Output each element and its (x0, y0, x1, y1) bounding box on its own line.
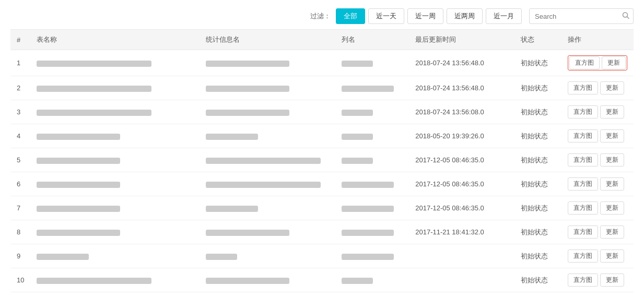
cell-table-name (30, 148, 200, 172)
cell-time (409, 244, 514, 268)
cell-col-name (335, 196, 409, 220)
cell-num: 2 (10, 76, 30, 100)
cell-table-name (30, 196, 200, 220)
cell-num: 7 (10, 196, 30, 220)
cell-col-name (335, 148, 409, 172)
search-icon (622, 12, 629, 21)
update-btn[interactable]: 更新 (600, 225, 624, 239)
histogram-btn[interactable]: 直方图 (568, 201, 598, 215)
cell-status: 初始状态 (514, 100, 561, 124)
svg-line-1 (627, 17, 629, 19)
update-btn[interactable]: 更新 (600, 153, 624, 167)
histogram-btn[interactable]: 直方图 (568, 153, 598, 167)
table-row: 42018-05-20 19:39:26.0初始状态直方图更新 (10, 124, 634, 148)
cell-table-name (30, 100, 200, 124)
table-wrapper: # 表名称 统计信息名 列名 最后更新时间 状态 操作 12018-07-24 … (0, 29, 644, 292)
cell-num: 10 (10, 268, 30, 292)
cell-action: 直方图更新 (561, 100, 634, 124)
cell-col-name (335, 268, 409, 292)
filter-btn-month[interactable]: 近一月 (486, 8, 522, 24)
cell-status: 初始状态 (514, 50, 561, 76)
histogram-btn[interactable]: 直方图 (568, 81, 598, 94)
cell-time: 2018-07-24 13:56:48.0 (409, 76, 514, 100)
cell-table-name (30, 220, 200, 244)
col-header-stat: 统计信息名 (200, 30, 335, 50)
cell-num: 6 (10, 172, 30, 196)
search-input[interactable] (529, 8, 634, 24)
filter-btn-two-weeks[interactable]: 近两周 (447, 8, 483, 24)
cell-stat-name (200, 100, 335, 124)
update-btn[interactable]: 更新 (600, 177, 624, 191)
data-table: # 表名称 统计信息名 列名 最后更新时间 状态 操作 12018-07-24 … (10, 29, 634, 292)
cell-stat-name (200, 244, 335, 268)
update-btn[interactable]: 更新 (602, 56, 626, 69)
cell-action: 直方图更新 (561, 172, 634, 196)
cell-table-name (30, 244, 200, 268)
histogram-btn[interactable]: 直方图 (568, 250, 598, 263)
table-row: 9初始状态直方图更新 (10, 244, 634, 268)
update-btn[interactable]: 更新 (600, 274, 624, 287)
cell-status: 初始状态 (514, 268, 561, 292)
table-row: 22018-07-24 13:56:48.0初始状态直方图更新 (10, 76, 634, 100)
update-btn[interactable]: 更新 (600, 81, 624, 94)
cell-action: 直方图更新 (561, 268, 634, 292)
cell-num: 8 (10, 220, 30, 244)
table-row: 32018-07-24 13:56:08.0初始状态直方图更新 (10, 100, 634, 124)
cell-stat-name (200, 50, 335, 76)
cell-action: 直方图更新 (561, 76, 634, 100)
cell-num: 5 (10, 148, 30, 172)
update-btn[interactable]: 更新 (600, 250, 624, 263)
cell-time: 2018-05-20 19:39:26.0 (409, 124, 514, 148)
cell-col-name (335, 50, 409, 76)
table-row: 82017-11-21 18:41:32.0初始状态直方图更新 (10, 220, 634, 244)
filter-btn-day[interactable]: 近一天 (368, 8, 404, 24)
cell-col-name (335, 100, 409, 124)
cell-num: 1 (10, 50, 30, 76)
cell-stat-name (200, 268, 335, 292)
cell-status: 初始状态 (514, 172, 561, 196)
filter-btn-week[interactable]: 近一周 (407, 8, 443, 24)
cell-num: 4 (10, 124, 30, 148)
update-btn[interactable]: 更新 (600, 105, 624, 118)
histogram-btn[interactable]: 直方图 (568, 225, 598, 239)
cell-action: 直方图更新 (561, 124, 634, 148)
cell-table-name (30, 172, 200, 196)
filter-btn-all[interactable]: 全部 (336, 8, 365, 24)
update-btn[interactable]: 更新 (600, 201, 624, 215)
table-row: 72017-12-05 08:46:35.0初始状态直方图更新 (10, 196, 634, 220)
cell-stat-name (200, 220, 335, 244)
cell-time: 2018-07-24 13:56:08.0 (409, 100, 514, 124)
cell-time: 2017-12-05 08:46:35.0 (409, 148, 514, 172)
cell-stat-name (200, 124, 335, 148)
cell-num: 3 (10, 100, 30, 124)
histogram-btn[interactable]: 直方图 (568, 177, 598, 191)
cell-stat-name (200, 196, 335, 220)
cell-stat-name (200, 76, 335, 100)
cell-table-name (30, 50, 200, 76)
update-btn[interactable]: 更新 (600, 129, 624, 142)
cell-action: 直方图更新 (561, 50, 634, 76)
cell-stat-name (200, 148, 335, 172)
cell-action: 直方图更新 (561, 244, 634, 268)
cell-stat-name (200, 172, 335, 196)
cell-time (409, 268, 514, 292)
cell-table-name (30, 268, 200, 292)
histogram-btn[interactable]: 直方图 (568, 105, 598, 118)
col-header-time: 最后更新时间 (409, 30, 514, 50)
cell-col-name (335, 220, 409, 244)
table-row: 12018-07-24 13:56:48.0初始状态直方图更新 (10, 50, 634, 76)
cell-status: 初始状态 (514, 76, 561, 100)
cell-time: 2017-12-05 08:46:35.0 (409, 172, 514, 196)
table-row: 52017-12-05 08:46:35.0初始状态直方图更新 (10, 148, 634, 172)
table-row: 10初始状态直方图更新 (10, 268, 634, 292)
histogram-btn[interactable]: 直方图 (568, 274, 598, 287)
page-wrapper: 过滤： 全部 近一天 近一周 近两周 近一月 # 表名称 统计信息名 列名 (0, 0, 644, 297)
cell-col-name (335, 124, 409, 148)
histogram-btn[interactable]: 直方图 (569, 56, 600, 69)
search-box (529, 8, 634, 24)
histogram-btn[interactable]: 直方图 (568, 129, 598, 142)
cell-status: 初始状态 (514, 148, 561, 172)
cell-status: 初始状态 (514, 124, 561, 148)
cell-col-name (335, 172, 409, 196)
cell-status: 初始状态 (514, 244, 561, 268)
